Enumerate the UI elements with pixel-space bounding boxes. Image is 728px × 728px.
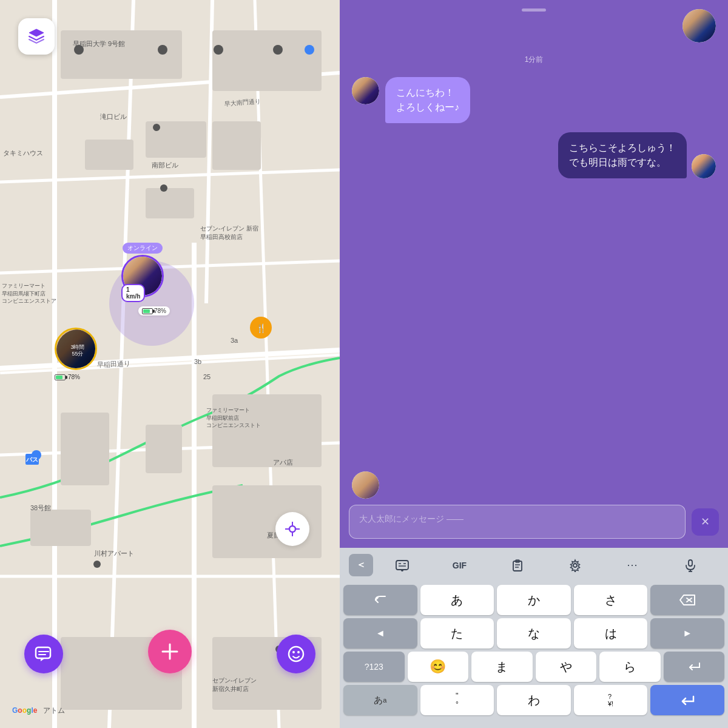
- map-label-family2: ファミリーマート早稲田駅前店コンビニエンスストト: [206, 406, 261, 430]
- topbar-handle: [522, 8, 546, 12]
- partner-avatar[interactable]: [682, 9, 716, 42]
- svg-rect-17: [212, 30, 322, 91]
- key-enter[interactable]: [650, 685, 724, 715]
- svg-rect-19: [61, 413, 109, 485]
- enter-icon: [680, 694, 695, 706]
- svg-point-32: [160, 184, 167, 192]
- clipboard-button[interactable]: [488, 555, 546, 576]
- emoji-keyboard-button[interactable]: [373, 554, 431, 576]
- japanese-keyboard: あ か さ ◄ た な は ► ?123 😊 ま や ら: [340, 582, 728, 728]
- chat-topbar: [340, 0, 728, 49]
- key-wa[interactable]: わ: [497, 685, 571, 715]
- offline-user-avatar[interactable]: 3時間55分: [55, 328, 97, 370]
- keyboard-row-4: あa ''° わ ?¥!: [343, 685, 724, 715]
- key-ya[interactable]: や: [536, 652, 597, 682]
- key-left[interactable]: ◄: [343, 618, 417, 649]
- svg-text:バス: バス: [25, 456, 38, 463]
- undo-icon: [373, 594, 388, 606]
- chat-panel: 1分前 こんにちわ！よろしくねー♪ こちらこそよろしゅう！でも明日は雨ですな。: [340, 0, 728, 728]
- offline-user-bubble[interactable]: 3時間55分 78%: [55, 328, 97, 380]
- key-ha[interactable]: は: [574, 618, 648, 649]
- map-label-7eleven1: セブン-イレブン 新宿早稲田高校前店: [200, 224, 258, 241]
- chat-button[interactable]: [24, 635, 63, 673]
- key-kana-switch[interactable]: あa: [343, 685, 417, 715]
- key-delete[interactable]: [650, 585, 724, 615]
- message-input[interactable]: 大人太郎にメッセージ ——: [349, 505, 686, 539]
- input-placeholder: 大人太郎にメッセージ: [359, 514, 444, 524]
- svg-point-45: [289, 526, 295, 532]
- svg-rect-18: [212, 121, 261, 170]
- key-ra[interactable]: ら: [599, 652, 661, 682]
- key-na[interactable]: な: [497, 618, 571, 649]
- key-undo[interactable]: [343, 585, 417, 615]
- google-watermark: Google アトム: [12, 706, 65, 716]
- key-sa[interactable]: さ: [574, 585, 648, 615]
- battery-badge-online: 78%: [138, 306, 170, 315]
- time-badge: 3時間55分: [56, 329, 97, 370]
- key-ka[interactable]: か: [497, 585, 571, 615]
- svg-rect-50: [36, 647, 50, 658]
- key-emoji[interactable]: 😊: [408, 652, 469, 682]
- close-input-button[interactable]: ✕: [692, 508, 719, 536]
- svg-rect-21: [212, 394, 322, 467]
- locate-icon: [284, 521, 301, 538]
- key-ma[interactable]: ま: [471, 652, 533, 682]
- settings-button[interactable]: [546, 555, 604, 576]
- key-a[interactable]: あ: [420, 585, 494, 615]
- svg-point-62: [401, 569, 403, 571]
- key-num[interactable]: ?123: [343, 652, 405, 682]
- svg-point-34: [93, 561, 101, 568]
- speed-badge: 1km/h: [121, 284, 145, 302]
- map-layer-button[interactable]: [18, 18, 55, 55]
- chat-input-area: 大人太郎にメッセージ —— ✕: [340, 499, 728, 548]
- more-button[interactable]: ···: [604, 555, 661, 575]
- svg-rect-68: [689, 560, 692, 566]
- svg-point-55: [289, 647, 303, 661]
- delete-icon: [679, 594, 696, 606]
- svg-rect-58: [396, 561, 408, 570]
- chat-messages-area: 1分前 こんにちわ！よろしくねー♪ こちらこそよろしゅう！でも明日は雨ですな。: [340, 49, 728, 471]
- emotion-button[interactable]: [277, 635, 315, 673]
- add-button[interactable]: [148, 630, 192, 673]
- svg-point-28: [214, 45, 223, 55]
- locate-button[interactable]: [275, 512, 309, 546]
- map-label-kawamura: 川村アパート: [94, 549, 134, 558]
- message-received-1: こんにちわ！よろしくねー♪: [352, 77, 716, 123]
- map-label-family1: ファミリーマート早稲田馬場下町店コンビニエンスストア: [2, 282, 56, 305]
- map-label-7eleven2: セブン-イレブン新宿久井町店: [212, 676, 257, 693]
- typing-indicator-area: [340, 471, 728, 499]
- key-right[interactable]: ►: [650, 618, 724, 649]
- key-punctuation[interactable]: ''°: [420, 685, 494, 715]
- sender-avatar[interactable]: [352, 77, 379, 104]
- map-label-takimi: タキミハウス: [3, 149, 43, 158]
- svg-rect-16: [146, 188, 194, 218]
- newline-icon: [687, 661, 701, 672]
- clipboard-icon: [511, 559, 524, 572]
- online-user-bubble[interactable]: オンライン 1km/h 78%: [121, 255, 164, 297]
- key-symbols[interactable]: ?¥!: [574, 685, 648, 715]
- svg-rect-20: [146, 425, 182, 473]
- keyboard-row-1: あ か さ: [343, 585, 724, 615]
- svg-text:早稲田通り: 早稲田通り: [97, 360, 130, 368]
- map-label-nanbu: 南部ビル: [152, 161, 178, 170]
- keyboard-back-button[interactable]: ＜: [349, 554, 373, 576]
- svg-point-67: [573, 564, 577, 567]
- mic-button[interactable]: [661, 555, 719, 576]
- svg-text:3a: 3a: [231, 337, 238, 344]
- typing-avatar: [352, 471, 379, 499]
- message-sent-1: こちらこそよろしゅう！でも明日は雨ですな。: [352, 132, 716, 178]
- svg-point-29: [273, 45, 283, 55]
- svg-point-31: [153, 124, 160, 131]
- key-newline[interactable]: [664, 652, 725, 682]
- key-ta[interactable]: た: [420, 618, 494, 649]
- svg-point-56: [292, 651, 295, 653]
- layers-icon: [27, 27, 46, 46]
- keyboard-row-3: ?123 😊 ま や ら: [343, 652, 724, 682]
- smile-icon: [287, 645, 305, 663]
- own-avatar: [692, 154, 716, 178]
- map-label-takiguchi: 滝口ビル: [100, 112, 127, 121]
- svg-text:25: 25: [203, 373, 211, 380]
- svg-rect-22: [30, 510, 91, 546]
- svg-point-30: [305, 45, 314, 55]
- gif-button[interactable]: GIF: [431, 557, 488, 574]
